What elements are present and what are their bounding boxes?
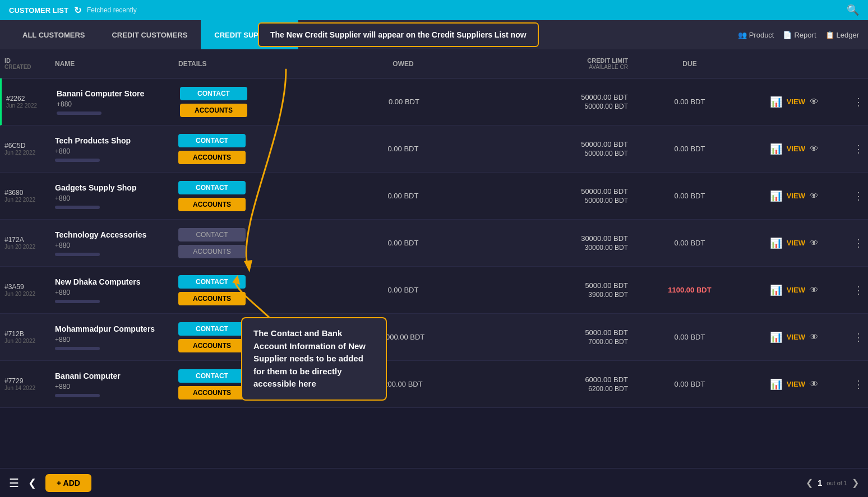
pagination-next[interactable]: ❯ xyxy=(852,477,859,488)
tab-all-customers[interactable]: ALL CUSTOMERS xyxy=(9,20,98,49)
chart-icon[interactable]: 📊 xyxy=(770,143,782,155)
fetched-text: Fetched recently xyxy=(87,6,137,14)
row-owed: 0.00 BDT xyxy=(292,97,516,106)
row-name: Technology Accessories +880 xyxy=(55,230,178,256)
contact-button[interactable]: CONTACT xyxy=(178,134,246,147)
more-icon[interactable]: ⋮ xyxy=(853,284,864,296)
eye-icon[interactable]: 👁 xyxy=(810,144,819,154)
view-button[interactable]: VIEW xyxy=(787,192,805,200)
table-row: #3680 Jun 22 2022 Gadgets Supply Shop +8… xyxy=(0,173,868,220)
chart-icon[interactable]: 📊 xyxy=(770,331,782,343)
report-action[interactable]: 📄 Report xyxy=(783,31,816,39)
row-credit-limit: 6000.00 BDT 6200.00 BDT xyxy=(516,375,628,393)
row-id: #3A59 Jun 20 2022 xyxy=(4,283,55,297)
more-icon[interactable]: ⋮ xyxy=(853,190,864,202)
view-button[interactable]: VIEW xyxy=(787,97,805,106)
view-button[interactable]: VIEW xyxy=(787,380,805,388)
row-due: 0.00 BDT xyxy=(628,192,751,200)
row-details: CONTACT ACCOUNTS xyxy=(178,181,290,211)
table-body: #2262 Jun 22 2022 Banani Computer Store … xyxy=(0,78,868,468)
row-id: #7729 Jun 14 2022 xyxy=(4,377,55,391)
chart-icon[interactable]: 📊 xyxy=(770,237,782,249)
tab-bar: ALL CUSTOMERS CREDIT CUSTOMERS CREDIT SU… xyxy=(0,20,868,49)
tab-credit-customers[interactable]: CREDIT CUSTOMERS xyxy=(98,20,201,49)
table-row: #2262 Jun 22 2022 Banani Computer Store … xyxy=(0,78,868,126)
row-credit-limit: 5000.00 BDT 3900.00 BDT xyxy=(516,281,628,299)
row-credit-limit: 5000.00 BDT 7000.00 BDT xyxy=(516,328,628,346)
chart-icon[interactable]: 📊 xyxy=(770,378,782,391)
eye-icon[interactable]: 👁 xyxy=(810,238,819,248)
tab-tooltip: The New Credit Supplier will appear on t… xyxy=(258,22,539,47)
chart-icon[interactable]: 📊 xyxy=(770,190,782,202)
view-button[interactable]: VIEW xyxy=(787,145,805,153)
header-available-cr: Available Cr xyxy=(589,64,628,70)
product-action[interactable]: 👥 Product xyxy=(738,31,774,39)
row-actions: 📊 VIEW 👁 xyxy=(751,284,819,296)
more-icon[interactable]: ⋮ xyxy=(853,237,864,249)
eye-icon[interactable]: 👁 xyxy=(810,332,819,342)
row-credit-limit: 30000.00 BDT 30000.00 BDT xyxy=(516,234,628,252)
table-row: #7729 Jun 14 2022 Banani Computer +880 C… xyxy=(0,361,868,408)
search-icon[interactable]: 🔍 xyxy=(847,4,859,16)
contact-button[interactable]: CONTACT xyxy=(178,181,246,194)
page-out-of: out of 1 xyxy=(827,480,847,486)
row-owed: 0.00 BDT xyxy=(290,192,516,200)
page-number: 1 xyxy=(818,478,822,487)
row-id: #3680 Jun 22 2022 xyxy=(4,189,55,203)
more-icon[interactable]: ⋮ xyxy=(853,96,864,108)
accounts-button[interactable]: ACCOUNTS xyxy=(180,104,247,117)
header-details: DETAILS xyxy=(178,60,290,68)
row-id: #172A Jun 20 2022 xyxy=(4,236,55,250)
accounts-button[interactable]: ACCOUNTS xyxy=(178,151,246,164)
more-icon[interactable]: ⋮ xyxy=(853,378,864,391)
eye-icon[interactable]: 👁 xyxy=(810,285,819,295)
chart-icon[interactable]: 📊 xyxy=(770,96,782,108)
more-icon[interactable]: ⋮ xyxy=(853,143,864,155)
header-owed: OWED xyxy=(290,60,516,68)
row-actions: 📊 VIEW 👁 xyxy=(751,96,819,108)
row-actions: 📊 VIEW 👁 xyxy=(751,378,819,391)
eye-icon[interactable]: 👁 xyxy=(810,379,819,389)
header-due: DUE xyxy=(628,60,751,68)
view-button[interactable]: VIEW xyxy=(787,239,805,247)
row-details: CONTACT ACCOUNTS xyxy=(178,275,290,305)
more-icon[interactable]: ⋮ xyxy=(853,331,864,343)
accounts-button[interactable]: ACCOUNTS xyxy=(178,245,246,258)
row-details: CONTACT ACCOUNTS xyxy=(180,87,292,117)
back-icon[interactable]: ❮ xyxy=(28,477,36,489)
hamburger-icon[interactable]: ☰ xyxy=(9,476,19,490)
ledger-action[interactable]: 📋 Ledger xyxy=(825,31,859,39)
row-id: #2262 Jun 22 2022 xyxy=(6,95,57,109)
accounts-button[interactable]: ACCOUNTS xyxy=(178,339,246,352)
row-actions: 📊 VIEW 👁 xyxy=(751,331,819,343)
contact-button[interactable]: CONTACT xyxy=(180,87,247,100)
table-header: ID Created NAME DETAILS OWED CREDIT LIMI… xyxy=(0,49,868,78)
row-name: Gadgets Supply Shop +880 xyxy=(55,183,178,209)
table-row: #172A Jun 20 2022 Technology Accessories… xyxy=(0,220,868,267)
top-bar: CUSTOMER LIST ↻ Fetched recently 🔍 xyxy=(0,0,868,20)
row-name: New Dhaka Computers +880 xyxy=(55,277,178,303)
add-button[interactable]: + ADD xyxy=(45,474,91,492)
eye-icon[interactable]: 👁 xyxy=(810,97,819,107)
contact-button[interactable]: CONTACT xyxy=(178,322,246,336)
row-name: Mohammadpur Computers +880 xyxy=(55,324,178,350)
view-button[interactable]: VIEW xyxy=(787,333,805,341)
row-id: #6C5D Jun 22 2022 xyxy=(4,142,55,156)
eye-icon[interactable]: 👁 xyxy=(810,191,819,201)
row-name: Banani Computer +880 xyxy=(55,371,178,397)
chart-icon[interactable]: 📊 xyxy=(770,284,782,296)
pagination-prev[interactable]: ❮ xyxy=(806,477,813,488)
row-due: 0.00 BDT xyxy=(628,239,751,247)
accounts-button[interactable]: ACCOUNTS xyxy=(178,292,246,305)
row-owed: 0.00 BDT xyxy=(290,145,516,153)
row-credit-limit: 50000.00 BDT 50000.00 BDT xyxy=(516,93,628,110)
view-button[interactable]: VIEW xyxy=(787,286,805,294)
accounts-button[interactable]: ACCOUNTS xyxy=(178,386,246,400)
contact-button[interactable]: CONTACT xyxy=(178,369,246,383)
accounts-button[interactable]: ACCOUNTS xyxy=(178,198,246,211)
contact-button[interactable]: CONTACT xyxy=(178,275,246,289)
contact-button[interactable]: CONTACT xyxy=(178,228,246,241)
row-due: 0.00 BDT xyxy=(628,145,751,153)
refresh-icon[interactable]: ↻ xyxy=(74,5,81,16)
row-id: #712B Jun 20 2022 xyxy=(4,330,55,344)
